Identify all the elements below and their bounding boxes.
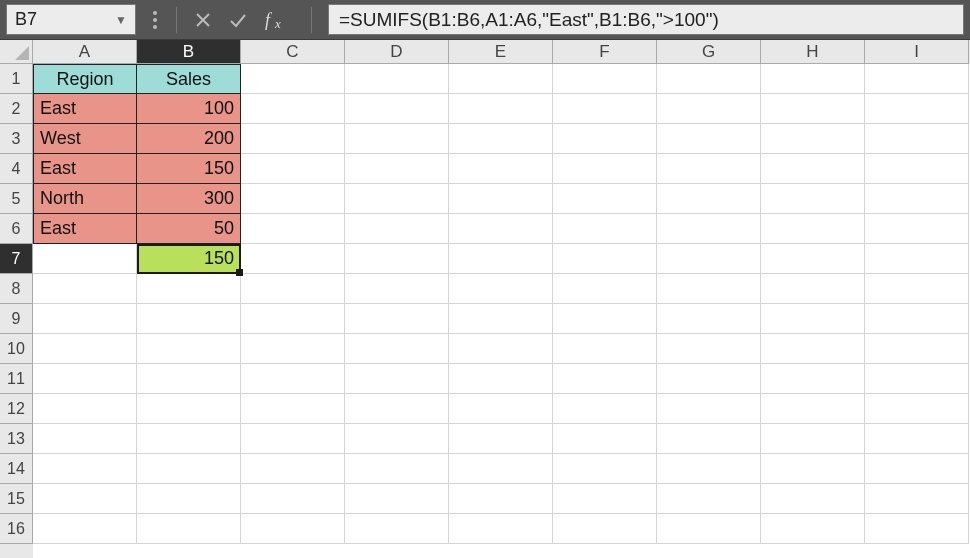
cell[interactable]: [345, 64, 449, 94]
cell[interactable]: [761, 274, 865, 304]
cell[interactable]: [761, 184, 865, 214]
cell[interactable]: [241, 364, 345, 394]
cell[interactable]: [657, 154, 761, 184]
row-header[interactable]: 16: [0, 514, 33, 544]
cell[interactable]: [761, 124, 865, 154]
cell-B4[interactable]: 150: [137, 154, 241, 184]
cell[interactable]: [33, 334, 137, 364]
column-header[interactable]: H: [761, 40, 865, 64]
cell[interactable]: [241, 484, 345, 514]
cell[interactable]: [345, 154, 449, 184]
cell-B7[interactable]: 150: [137, 244, 241, 274]
cell[interactable]: [33, 394, 137, 424]
cell[interactable]: [241, 454, 345, 484]
cell[interactable]: [657, 94, 761, 124]
cell[interactable]: [865, 334, 969, 364]
cell[interactable]: [241, 154, 345, 184]
fx-icon[interactable]: f x: [265, 10, 293, 30]
cell[interactable]: [137, 454, 241, 484]
cell[interactable]: [761, 214, 865, 244]
cell[interactable]: [657, 364, 761, 394]
cell-B1[interactable]: Sales: [137, 64, 241, 94]
cell-A1[interactable]: Region: [33, 64, 137, 94]
cell[interactable]: [865, 274, 969, 304]
cell[interactable]: [345, 94, 449, 124]
column-header[interactable]: I: [865, 40, 969, 64]
cell[interactable]: [345, 364, 449, 394]
cell[interactable]: [449, 94, 553, 124]
cell[interactable]: [865, 64, 969, 94]
cell[interactable]: [865, 244, 969, 274]
cell[interactable]: [241, 124, 345, 154]
cell[interactable]: [553, 394, 657, 424]
cancel-icon[interactable]: [195, 12, 211, 28]
enter-icon[interactable]: [229, 12, 247, 28]
column-header[interactable]: B: [137, 40, 241, 64]
cell[interactable]: [865, 94, 969, 124]
cell[interactable]: [657, 244, 761, 274]
cell[interactable]: [553, 244, 657, 274]
cell[interactable]: [761, 514, 865, 544]
cell[interactable]: [865, 124, 969, 154]
cell[interactable]: [345, 124, 449, 154]
cell[interactable]: [137, 304, 241, 334]
cell[interactable]: [761, 454, 865, 484]
cell[interactable]: [137, 274, 241, 304]
cell[interactable]: [553, 64, 657, 94]
cell[interactable]: [137, 334, 241, 364]
cell[interactable]: [761, 424, 865, 454]
cell[interactable]: [241, 394, 345, 424]
cell[interactable]: [449, 214, 553, 244]
row-header[interactable]: 2: [0, 94, 33, 124]
cell[interactable]: [345, 514, 449, 544]
row-header[interactable]: 4: [0, 154, 33, 184]
row-header[interactable]: 5: [0, 184, 33, 214]
cell[interactable]: [241, 214, 345, 244]
cell[interactable]: [553, 424, 657, 454]
more-icon[interactable]: [152, 10, 158, 30]
column-header[interactable]: C: [241, 40, 345, 64]
cell[interactable]: [657, 484, 761, 514]
cell[interactable]: [657, 334, 761, 364]
cell-A2[interactable]: East: [33, 94, 137, 124]
cell[interactable]: [657, 124, 761, 154]
cell[interactable]: [865, 214, 969, 244]
cell[interactable]: [33, 364, 137, 394]
cell[interactable]: [865, 514, 969, 544]
cell[interactable]: [761, 484, 865, 514]
cell[interactable]: [241, 64, 345, 94]
spreadsheet-grid[interactable]: A B C D E F G H I 1 2 3 4 5 6 7 8 9 10 1…: [0, 40, 970, 558]
cell-A4[interactable]: East: [33, 154, 137, 184]
name-box[interactable]: B7 ▼: [6, 4, 136, 35]
cell-B5[interactable]: 300: [137, 184, 241, 214]
cell[interactable]: [553, 364, 657, 394]
cell[interactable]: [761, 244, 865, 274]
cell[interactable]: [553, 454, 657, 484]
cell[interactable]: [345, 244, 449, 274]
cell[interactable]: [33, 514, 137, 544]
cell[interactable]: [137, 364, 241, 394]
row-header[interactable]: 10: [0, 334, 33, 364]
cell[interactable]: [345, 454, 449, 484]
cell[interactable]: [761, 64, 865, 94]
cell-B6[interactable]: 50: [137, 214, 241, 244]
cell[interactable]: [657, 184, 761, 214]
cell[interactable]: [865, 454, 969, 484]
cell[interactable]: [657, 454, 761, 484]
cell[interactable]: [345, 214, 449, 244]
cell[interactable]: [449, 424, 553, 454]
cell-A7[interactable]: [33, 244, 137, 274]
cell[interactable]: [449, 154, 553, 184]
cell[interactable]: [657, 304, 761, 334]
row-header[interactable]: 11: [0, 364, 33, 394]
cell[interactable]: [241, 274, 345, 304]
cell[interactable]: [657, 64, 761, 94]
cell[interactable]: [449, 334, 553, 364]
cell[interactable]: [553, 304, 657, 334]
cell[interactable]: [33, 304, 137, 334]
cell[interactable]: [865, 424, 969, 454]
cell-B2[interactable]: 100: [137, 94, 241, 124]
cell[interactable]: [761, 94, 865, 124]
cell[interactable]: [345, 424, 449, 454]
cell[interactable]: [865, 304, 969, 334]
